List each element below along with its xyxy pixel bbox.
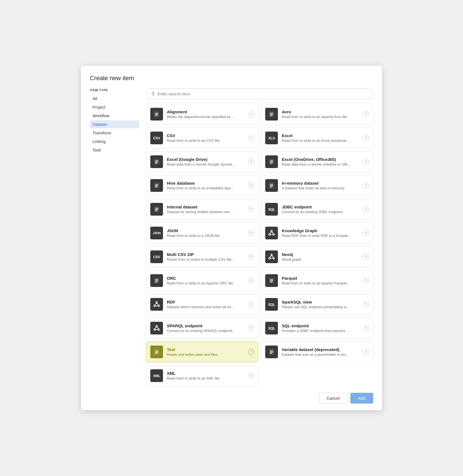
svg-point-55 — [154, 329, 155, 330]
svg-rect-63 — [155, 353, 157, 354]
svg-rect-7 — [270, 115, 272, 116]
sidebar-item-linking[interactable]: Linking — [90, 137, 140, 145]
help-icon-orc[interactable]: ? — [248, 278, 254, 284]
item-card-parquet[interactable]: Parquet Read from or write to an Apache … — [261, 270, 373, 291]
item-desc-hive: Read from or write to an embedded Apa... — [167, 186, 244, 190]
svg-line-38 — [272, 255, 274, 258]
item-card-internal[interactable]: Internal dataset Dataset for storing ent… — [146, 199, 258, 220]
item-card-sqlendpoint[interactable]: SQL SQL endpoint Provides a JDBC endpoin… — [261, 318, 373, 339]
item-card-knowledge[interactable]: Knowledge Graph Read RDF from or write R… — [261, 223, 373, 244]
help-icon-excel[interactable]: ? — [363, 135, 369, 141]
help-icon-sparksql[interactable]: ? — [363, 301, 369, 307]
help-icon-avro[interactable]: ? — [363, 111, 369, 117]
svg-point-49 — [154, 305, 155, 307]
help-icon-sqlendpoint[interactable]: ? — [363, 325, 369, 331]
item-card-hive[interactable]: Hive database Read from or write to an e… — [146, 175, 258, 196]
help-icon-knowledge[interactable]: ? — [363, 230, 369, 236]
item-info-sqlendpoint: SQL endpoint Provides a JDBC endpoint th… — [282, 323, 359, 333]
item-card-avro[interactable]: Avro Read from or write to an Apache Avr… — [261, 104, 373, 125]
sidebar-item-transform[interactable]: Transform — [90, 129, 140, 137]
help-icon-excel-gdrive[interactable]: ? — [248, 159, 254, 165]
help-icon-excel-onedrive[interactable]: ? — [363, 159, 369, 165]
help-icon-neo4j[interactable]: ? — [363, 254, 369, 260]
item-icon-text — [150, 346, 163, 358]
help-icon-text[interactable]: ? — [248, 349, 254, 355]
item-card-alignment[interactable]: Alignment Writes the alignment format sp… — [146, 104, 258, 125]
item-card-sparql[interactable]: SPARQL endpoint Connect to an existing S… — [146, 318, 258, 339]
item-name-json: JSON — [167, 228, 244, 233]
item-card-xml[interactable]: XML XML Read from or write to an XML fil… — [146, 365, 258, 386]
help-icon-rdf[interactable]: ? — [248, 301, 254, 307]
svg-rect-14 — [270, 162, 273, 162]
cancel-button[interactable]: Cancel — [319, 393, 348, 404]
svg-point-30 — [273, 234, 274, 235]
help-icon-sparql[interactable]: ? — [248, 325, 254, 331]
sidebar-item-dataset[interactable]: Dataset — [90, 120, 140, 128]
help-icon-parquet[interactable]: ? — [363, 278, 369, 284]
svg-rect-23 — [270, 187, 272, 187]
help-icon-csv[interactable]: ? — [248, 135, 254, 141]
item-icon-rdf — [150, 298, 163, 311]
item-desc-multicsv: Reads from or writes to multiple CSV fil… — [167, 257, 244, 261]
add-button[interactable]: Add — [350, 393, 373, 404]
search-input[interactable] — [157, 91, 368, 96]
item-name-excel-gdrive: Excel (Google Drive) — [167, 157, 244, 162]
svg-rect-5 — [270, 113, 273, 114]
item-desc-avro: Read from or write to an Apache Avro fil… — [282, 115, 359, 119]
item-card-jdbc[interactable]: SQL JDBC endpoint Connect to an existing… — [261, 199, 373, 220]
svg-line-57 — [154, 327, 157, 329]
sidebar-item-project[interactable]: Project — [90, 103, 140, 111]
item-card-csv[interactable]: CSV CSV Read from or write to an CSV fil… — [146, 127, 258, 148]
item-name-csv: CSV — [167, 133, 244, 138]
sidebar-label: ITEM TYPE — [90, 88, 140, 92]
svg-rect-41 — [155, 279, 158, 280]
item-icon-parquet — [265, 274, 278, 287]
item-info-sparql: SPARQL endpoint Connect to an existing S… — [167, 323, 244, 333]
help-icon-inmemory[interactable]: ? — [363, 182, 369, 189]
item-card-excel-onedrive[interactable]: Excel (OneDrive, Office365) Read data fr… — [261, 151, 373, 172]
item-card-rdf[interactable]: RDF Dataset which retrieves and writes a… — [146, 294, 258, 315]
item-card-sparksql[interactable]: SQL SparkSQL view Please use SQL endpoin… — [261, 294, 373, 315]
svg-rect-22 — [270, 185, 273, 186]
item-card-excel-gdrive[interactable]: Excel (Google Drive) Read data from a re… — [146, 151, 258, 172]
help-icon-hive[interactable]: ? — [248, 182, 254, 189]
svg-rect-62 — [155, 352, 158, 352]
item-card-excel[interactable]: XLS Excel Read from or write to an Excel… — [261, 127, 373, 148]
sidebar-item-workflow[interactable]: Workflow — [90, 112, 140, 120]
sidebar-item-task[interactable]: Task — [90, 146, 140, 154]
help-icon-xml[interactable]: ? — [248, 373, 254, 379]
help-icon-variabledataset[interactable]: ? — [363, 349, 369, 355]
svg-line-52 — [157, 303, 159, 305]
item-name-jdbc: JDBC endpoint — [282, 205, 359, 209]
item-card-text[interactable]: Text Reads and writes plain text files. … — [146, 341, 258, 362]
item-name-sparql: SPARQL endpoint — [167, 323, 244, 328]
item-name-sqlendpoint: SQL endpoint — [282, 323, 359, 328]
svg-rect-9 — [155, 161, 158, 161]
item-desc-alignment: Writes the alignment format specified at… — [167, 115, 244, 119]
item-card-inmemory[interactable]: In-memory dataset A Dataset that holds a… — [261, 175, 373, 196]
item-desc-json: Read from or write to a JSON file. — [167, 234, 244, 238]
item-name-text: Text — [167, 347, 244, 352]
help-icon-jdbc[interactable]: ? — [363, 206, 369, 212]
create-item-dialog: Create new item ITEM TYPE AllProjectWork… — [81, 66, 382, 410]
item-desc-sqlendpoint: Provides a JDBC endpoint that exposes ..… — [282, 329, 359, 333]
item-card-variabledataset[interactable]: Variable dataset (deprecated) Dataset th… — [261, 341, 373, 362]
svg-point-56 — [158, 329, 159, 330]
sidebar-item-all[interactable]: All — [90, 95, 140, 103]
item-card-orc[interactable]: ORC Read from or write to an Apache ORC … — [146, 270, 258, 291]
item-card-neo4j[interactable]: Neo4j Neo4j graph ? — [261, 246, 373, 267]
svg-rect-46 — [270, 281, 273, 281]
item-card-json[interactable]: JSON JSON Read from or write to a JSON f… — [146, 223, 258, 244]
help-icon-alignment[interactable]: ? — [248, 111, 254, 117]
help-icon-internal[interactable]: ? — [248, 206, 254, 212]
help-icon-json[interactable]: ? — [248, 230, 254, 236]
item-card-multicsv[interactable]: CSV Multi CSV ZIP Reads from or writes t… — [146, 246, 258, 267]
help-icon-multicsv[interactable]: ? — [248, 254, 254, 260]
search-icon: ⚲ — [151, 91, 155, 97]
item-info-multicsv: Multi CSV ZIP Reads from or writes to mu… — [167, 252, 244, 261]
svg-line-51 — [154, 303, 157, 305]
item-icon-excel-gdrive — [150, 155, 163, 168]
item-info-hive: Hive database Read from or write to an e… — [167, 181, 244, 190]
item-icon-neo4j — [265, 250, 278, 263]
item-name-excel-onedrive: Excel (OneDrive, Office365) — [282, 157, 359, 162]
